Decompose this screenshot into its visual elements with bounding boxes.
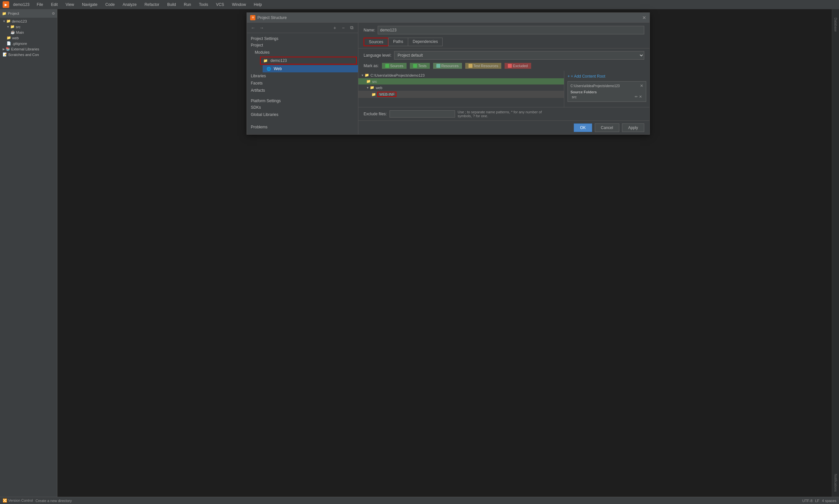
tab-sources[interactable]: Sources	[364, 38, 389, 46]
root-path: C:\Users\a\IdeaProjects\demo123 ✕	[570, 84, 643, 88]
project-name-label: demo123	[13, 2, 30, 7]
testresources-icon	[468, 64, 473, 68]
back-button[interactable]: ←	[250, 24, 257, 32]
nav-global-libs[interactable]: Global Libraries	[247, 111, 358, 118]
settings-icon[interactable]: ⚙	[52, 12, 55, 16]
name-row: Name:	[364, 26, 644, 34]
menu-bar: ▶ demo123 File Edit View Navigate Code A…	[0, 0, 839, 9]
file-row-web[interactable]: ▼ 📁 web	[358, 85, 564, 91]
apply-button[interactable]: Apply	[622, 124, 644, 132]
dialog-title: Project Structure	[257, 15, 287, 20]
roots-panel: + + Add Content Root C:\Users\a\IdeaProj…	[564, 71, 650, 107]
project-tree: ▼ 📁 demo123 ▼ 📁 src ☕ Main 📁 web	[0, 18, 57, 497]
language-level-label: Language level:	[364, 53, 392, 58]
platform-settings-header: Platform Settings	[247, 96, 358, 104]
source-folder-src: src ✏ ✕	[570, 94, 643, 100]
modal-backdrop: ⚙ Project Structure ✕ ← → + −	[57, 9, 839, 497]
root-close-button[interactable]: ✕	[640, 84, 643, 88]
folder-icon: 📁	[2, 12, 6, 16]
exclude-hint-text: Use ; to separate name patterns, * for a…	[458, 110, 542, 118]
file-row-root[interactable]: ▼ 📁 C:\Users\a\IdeaProjects\demo123	[358, 72, 564, 78]
project-header: 📁 Project ⚙	[0, 9, 57, 18]
forward-button[interactable]: →	[258, 24, 265, 32]
menu-analyze[interactable]: Analyze	[121, 2, 139, 7]
app-icon: ▶	[3, 1, 9, 8]
content-root-item: C:\Users\a\IdeaProjects\demo123 ✕ Source…	[567, 81, 646, 102]
menu-run[interactable]: Run	[182, 2, 193, 7]
encoding-label: UTF-8	[802, 499, 812, 503]
tree-src[interactable]: ▼ 📁 src	[0, 24, 57, 30]
markas-tests-button[interactable]: Tests	[410, 63, 430, 69]
mark-as-label: Mark as:	[364, 64, 379, 68]
add-content-root-button[interactable]: + + Add Content Root	[567, 74, 646, 78]
nav-libraries[interactable]: Libraries	[247, 72, 358, 79]
file-tree-area: ▼ 📁 C:\Users\a\IdeaProjects\demo123 📁 sr…	[358, 71, 564, 107]
tree-project-root[interactable]: ▼ 📁 demo123	[0, 18, 57, 24]
ok-button[interactable]: OK	[574, 124, 592, 132]
tree-external-libs[interactable]: ▶ 📚 External Libraries	[0, 46, 57, 52]
edit-source-folder[interactable]: ✏	[635, 95, 638, 99]
nav-project[interactable]: Project	[247, 41, 358, 49]
language-level-select[interactable]: Project default	[394, 51, 644, 59]
resources-icon	[436, 64, 440, 68]
dialog-body: ← → + − ⧉ Project Settings Project	[247, 23, 650, 134]
exclude-input[interactable]	[390, 110, 455, 118]
dialog-left-tree: Project Settings Project Modules	[247, 33, 358, 134]
expand-arrow-root: ▼	[361, 74, 364, 77]
source-folder-actions: ✏ ✕	[635, 95, 642, 99]
nav-problems[interactable]: Problems	[247, 124, 358, 131]
sources-icon	[385, 64, 389, 68]
tabs-row: Sources Paths Dependencies	[364, 38, 644, 46]
add-button[interactable]: +	[331, 24, 338, 32]
file-row-webinf[interactable]: 📁 WEB-INF	[358, 91, 564, 98]
nav-module-web[interactable]: 🌐 Web	[263, 65, 358, 72]
menu-view[interactable]: View	[64, 2, 76, 7]
folder-icon-webinf: 📁	[372, 92, 376, 96]
dialog-close-button[interactable]: ✕	[642, 15, 646, 20]
markas-resources-button[interactable]: Resources	[433, 63, 462, 69]
nav-modules[interactable]: Modules	[247, 49, 358, 56]
menu-tools[interactable]: Tools	[197, 2, 210, 7]
file-row-src[interactable]: 📁 src	[358, 78, 564, 85]
exclude-row: Exclude files: Use ; to separate name pa…	[358, 107, 650, 121]
content-area: ▼ 📁 C:\Users\a\IdeaProjects\demo123 📁 sr…	[358, 71, 650, 107]
dialog-title-icon: ⚙	[250, 15, 255, 20]
nav-artifacts[interactable]: Artifacts	[247, 87, 358, 94]
tab-paths[interactable]: Paths	[388, 38, 408, 46]
name-input[interactable]	[378, 26, 644, 34]
file-tree: ▼ 📁 C:\Users\a\IdeaProjects\demo123 📁 sr…	[358, 71, 564, 99]
project-settings-header: Project Settings	[247, 34, 358, 41]
tree-main[interactable]: ☕ Main	[0, 30, 57, 35]
menu-build[interactable]: Build	[165, 2, 178, 7]
tree-web[interactable]: 📁 web	[0, 35, 57, 41]
dialog-right-panel: Name: Sources Paths Dependencies	[358, 23, 650, 134]
dialog-titlebar: ⚙ Project Structure ✕	[247, 13, 650, 23]
version-control-label: 🔀 Version Control	[3, 499, 33, 503]
tree-gitignore[interactable]: 📄 .gitignore	[0, 41, 57, 46]
copy-button[interactable]: ⧉	[348, 24, 355, 32]
remove-source-folder[interactable]: ✕	[639, 95, 642, 99]
nav-facets[interactable]: Facets	[247, 79, 358, 87]
menu-code[interactable]: Code	[103, 2, 117, 7]
tab-dependencies[interactable]: Dependencies	[408, 38, 443, 46]
menu-help[interactable]: Help	[252, 2, 264, 7]
menu-navigate[interactable]: Navigate	[80, 2, 99, 7]
markas-excluded-button[interactable]: Excluded	[504, 63, 531, 69]
menu-edit[interactable]: Edit	[49, 2, 60, 7]
nav-sdks[interactable]: SDKs	[247, 104, 358, 111]
dialog-left-panel: ← → + − ⧉ Project Settings Project	[247, 23, 358, 134]
line-sep-label: LF	[815, 499, 819, 503]
nav-module-demo123[interactable]: 📁 demo123	[260, 57, 357, 65]
source-folders-section: Source Folders src ✏ ✕	[570, 90, 643, 100]
excluded-icon	[508, 64, 512, 68]
tree-scratches[interactable]: 📝 Scratches and Con	[0, 52, 57, 57]
markas-sources-button[interactable]: Sources	[382, 63, 407, 69]
remove-button[interactable]: −	[340, 24, 347, 32]
menu-refactor[interactable]: Refactor	[143, 2, 161, 7]
menu-file[interactable]: File	[35, 2, 45, 7]
markas-testresources-button[interactable]: Test Resources	[465, 63, 502, 69]
menu-window[interactable]: Window	[230, 2, 248, 7]
cancel-button[interactable]: Cancel	[595, 124, 619, 132]
menu-vcs[interactable]: VCS	[214, 2, 226, 7]
status-bar: 🔀 Version Control Create a new directory…	[0, 497, 839, 504]
